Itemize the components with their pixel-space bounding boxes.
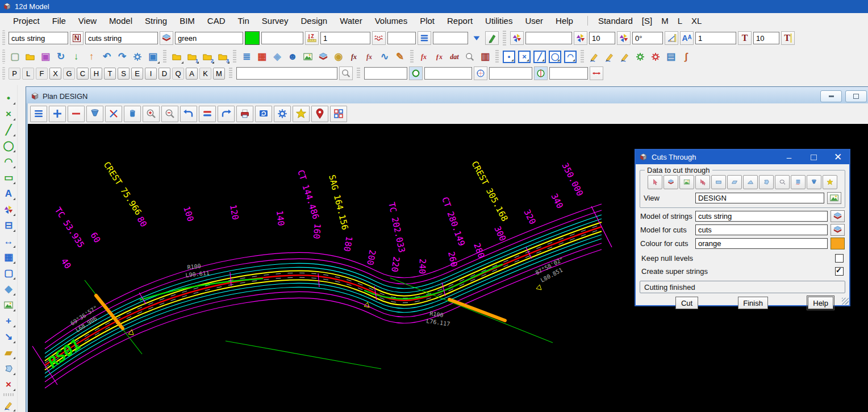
import-button[interactable]: ↓: [69, 49, 84, 64]
pick-models-button[interactable]: [791, 175, 806, 189]
menu-utilities[interactable]: Utilities: [479, 16, 519, 26]
pan-button[interactable]: [124, 106, 141, 122]
draw-node-button[interactable]: ×: [518, 51, 531, 63]
fx-edit-button[interactable]: fx: [362, 49, 377, 64]
menu-l[interactable]: L: [673, 16, 687, 26]
snap-k-button[interactable]: K: [199, 68, 211, 80]
model-for-cuts-pick-button[interactable]: [831, 224, 845, 236]
pick-model-button[interactable]: [663, 175, 678, 189]
snap-p-button[interactable]: P: [9, 68, 20, 80]
offset-tool[interactable]: ⊟: [2, 218, 16, 232]
z-value-input[interactable]: [320, 32, 370, 44]
menu-xl[interactable]: XL: [687, 16, 706, 26]
symbol-rotation-input[interactable]: [632, 32, 663, 44]
view-settings-button[interactable]: [274, 106, 291, 122]
finish-button[interactable]: Finish: [738, 297, 768, 309]
move-tool[interactable]: +: [2, 314, 16, 328]
snap-c-button[interactable]: C: [77, 68, 89, 80]
text-style-input[interactable]: [695, 32, 736, 44]
function-button[interactable]: fx: [416, 49, 431, 64]
delete-tool[interactable]: ×: [2, 377, 16, 392]
create-text-tool[interactable]: A: [2, 186, 16, 201]
strings-browse-button[interactable]: ≣: [239, 49, 254, 64]
menu-m[interactable]: M: [657, 16, 673, 26]
view-input[interactable]: [695, 193, 824, 203]
fit-view-button[interactable]: [105, 106, 122, 122]
view-menu-button[interactable]: [30, 106, 47, 122]
menu-survey[interactable]: Survey: [256, 16, 295, 26]
restart-button[interactable]: ↻: [53, 49, 68, 64]
circle-snap-button[interactable]: [409, 66, 423, 80]
folder-3-button[interactable]: 3: [215, 49, 230, 64]
model-of-strings-pick-button[interactable]: [831, 210, 845, 222]
pick-parallelogram-button[interactable]: [727, 175, 742, 189]
folder-1-button[interactable]: 1: [185, 49, 199, 64]
snap-e-button[interactable]: E: [131, 68, 143, 80]
plot-button[interactable]: [236, 106, 253, 122]
snap-g-button[interactable]: G: [63, 68, 75, 80]
remove-model-button[interactable]: [68, 106, 85, 122]
snap-f-button[interactable]: F: [36, 68, 48, 80]
menu-standard[interactable]: Standard: [594, 16, 637, 26]
model-input[interactable]: [85, 32, 158, 44]
cad-search-input[interactable]: [236, 67, 337, 80]
plan-maximize-button[interactable]: [845, 90, 867, 102]
menu-user[interactable]: User: [519, 16, 549, 26]
plan-window-titlebar[interactable]: Plan DESIGN: [26, 87, 868, 103]
select-box-tool[interactable]: ▢: [2, 266, 16, 280]
linestyle-button[interactable]: [372, 31, 386, 45]
dialog-close-button[interactable]: ✕: [833, 153, 842, 162]
justify-button[interactable]: [418, 31, 431, 45]
menu-volumes[interactable]: Volumes: [369, 16, 414, 26]
previous-view-button[interactable]: [180, 106, 197, 122]
colour-input[interactable]: [175, 32, 243, 44]
function-edit-button[interactable]: ƒx: [432, 49, 446, 64]
menu-design[interactable]: Design: [294, 16, 333, 26]
export-button[interactable]: ↑: [84, 49, 99, 64]
keep-null-levels-checkbox[interactable]: [835, 254, 844, 263]
create-point-tool[interactable]: •: [2, 91, 16, 105]
pick-wedge-button[interactable]: [743, 175, 758, 189]
target-snap-button[interactable]: [474, 66, 487, 80]
tools-button[interactable]: ✎: [393, 49, 407, 64]
snap-m-button[interactable]: M: [213, 68, 225, 80]
edit-vertex-button[interactable]: [617, 49, 632, 64]
model-of-strings-input[interactable]: [695, 211, 828, 222]
chainage-input[interactable]: [424, 67, 472, 80]
menu-s[interactable]: [S]: [637, 16, 657, 26]
utility-button[interactable]: ◉: [331, 49, 346, 64]
snap-s-button[interactable]: S: [118, 68, 130, 80]
toolbar-grip[interactable]: [2, 67, 5, 80]
favourites-button[interactable]: [293, 106, 310, 122]
zoom-in-button[interactable]: [143, 106, 160, 122]
snap-q-button[interactable]: Q: [172, 68, 184, 80]
pick-many-button[interactable]: [695, 175, 710, 189]
snap-a-button[interactable]: A: [186, 68, 198, 80]
pick-pen-button[interactable]: [485, 31, 499, 45]
menu-report[interactable]: Report: [441, 16, 479, 26]
colour-line-tool[interactable]: ▰: [2, 346, 16, 360]
edit-line-tool[interactable]: [2, 398, 16, 412]
cut-button[interactable]: Cut: [675, 297, 698, 309]
user-button[interactable]: ☻: [285, 49, 300, 64]
draw-point-button[interactable]: •: [503, 51, 515, 63]
draw-arc-button[interactable]: ◠: [564, 51, 577, 63]
menu-tin[interactable]: Tin: [232, 16, 256, 26]
snap-x-button[interactable]: X: [49, 68, 61, 80]
pick-view-button[interactable]: [679, 175, 694, 189]
edit-strike-button[interactable]: [602, 49, 617, 64]
curve-fit-button[interactable]: ∫: [679, 49, 694, 64]
toolbar-grip[interactable]: [2, 49, 5, 64]
toggle-strings-button[interactable]: [199, 106, 216, 122]
model-layers-button[interactable]: [160, 31, 173, 45]
symbol-rotation-button[interactable]: [617, 31, 631, 45]
menu-string[interactable]: String: [139, 16, 173, 26]
create-line-tool[interactable]: ╱: [2, 123, 16, 137]
windows-grid-button[interactable]: [330, 106, 347, 122]
folder-2-button[interactable]: 2: [200, 49, 215, 64]
weight-input[interactable]: [261, 32, 303, 44]
text-size-input[interactable]: [753, 32, 779, 44]
insert-image-tool[interactable]: [2, 298, 16, 312]
plan-minimize-button[interactable]: [820, 90, 842, 102]
linestyle-input[interactable]: [387, 32, 416, 44]
